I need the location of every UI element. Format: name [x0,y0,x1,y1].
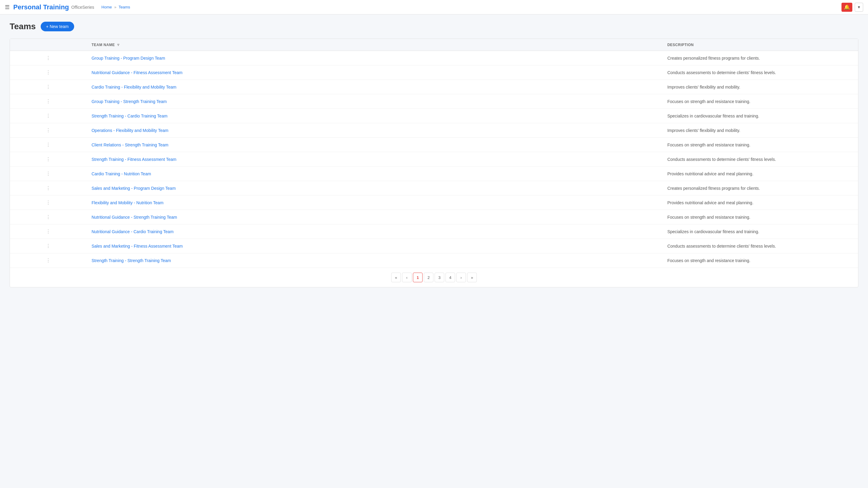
team-name-link[interactable]: Cardio Training - Flexibility and Mobili… [92,85,176,90]
row-description-cell: Specializes in cardiovascular fitness an… [662,109,858,123]
header-dropdown-button[interactable]: ▼ [855,3,863,12]
team-description: Focuses on strength and resistance train… [667,99,750,104]
team-name-link[interactable]: Nutritional Guidance - Fitness Assessmen… [92,70,183,75]
row-team-name-cell: Strength Training - Fitness Assessment T… [87,152,662,167]
team-name-link[interactable]: Sales and Marketing - Program Design Tea… [92,186,176,191]
row-context-menu-icon[interactable]: ⋮ [15,156,82,162]
row-menu-cell: ⋮ [10,109,87,123]
row-menu-cell: ⋮ [10,253,87,268]
row-team-name-cell: Nutritional Guidance - Fitness Assessmen… [87,65,662,80]
row-context-menu-icon[interactable]: ⋮ [15,214,82,220]
table-row: ⋮Sales and Marketing - Program Design Te… [10,181,858,195]
app-header: ☰ Personal Training OfficeSeries Home » … [0,0,868,14]
pagination-last-button[interactable]: » [467,272,477,282]
breadcrumb-home-link[interactable]: Home [101,5,112,9]
row-menu-cell: ⋮ [10,195,87,210]
row-context-menu-icon[interactable]: ⋮ [15,84,82,90]
teams-table-container: TEAM NAME ▿ DESCRIPTION ⋮Group Training … [10,38,858,287]
col-menu-header [10,39,87,51]
row-context-menu-icon[interactable]: ⋮ [15,229,82,234]
row-description-cell: Creates personalized fitness programs fo… [662,181,858,195]
row-context-menu-icon[interactable]: ⋮ [15,185,82,191]
team-name-link[interactable]: Nutritional Guidance - Strength Training… [92,215,177,220]
table-row: ⋮Nutritional Guidance - Strength Trainin… [10,210,858,224]
team-description: Provides nutritional advice and meal pla… [667,171,753,176]
row-context-menu-icon[interactable]: ⋮ [15,55,82,61]
row-team-name-cell: Operations - Flexibility and Mobility Te… [87,123,662,138]
team-name-link[interactable]: Strength Training - Fitness Assessment T… [92,157,176,162]
header-actions: 🔔 ▼ [841,3,863,12]
team-name-link[interactable]: Sales and Marketing - Fitness Assessment… [92,244,183,249]
team-name-link[interactable]: Group Training - Program Design Team [92,56,165,61]
team-description: Focuses on strength and resistance train… [667,215,750,220]
row-team-name-cell: Cardio Training - Flexibility and Mobili… [87,80,662,94]
row-context-menu-icon[interactable]: ⋮ [15,258,82,263]
col-team-name-header: TEAM NAME ▿ [87,39,662,51]
table-row: ⋮Sales and Marketing - Fitness Assessmen… [10,239,858,253]
team-name-link[interactable]: Strength Training - Cardio Training Team [92,113,167,119]
team-name-link[interactable]: Strength Training - Strength Training Te… [92,258,171,263]
row-description-cell: Focuses on strength and resistance train… [662,94,858,109]
team-name-link[interactable]: Nutritional Guidance - Cardio Training T… [92,229,174,234]
breadcrumb-current: Teams [119,5,130,9]
row-description-cell: Focuses on strength and resistance train… [662,210,858,224]
table-row: ⋮Flexibility and Mobility - Nutrition Te… [10,195,858,210]
app-subtitle: OfficeSeries [71,5,94,10]
hamburger-menu-icon[interactable]: ☰ [5,4,10,10]
team-name-link[interactable]: Cardio Training - Nutrition Team [92,171,151,176]
row-description-cell: Focuses on strength and resistance train… [662,253,858,268]
pagination-page-4-button[interactable]: 4 [445,272,455,282]
row-description-cell: Improves clients' flexibility and mobili… [662,80,858,94]
pagination-page-2-button[interactable]: 2 [424,272,433,282]
row-menu-cell: ⋮ [10,181,87,195]
pagination-page-1-button[interactable]: 1 [413,272,423,282]
row-menu-cell: ⋮ [10,167,87,181]
pagination-prev-button[interactable]: ‹ [402,272,412,282]
team-name-link[interactable]: Flexibility and Mobility - Nutrition Tea… [92,200,164,205]
team-name-link[interactable]: Client Relations - Strength Training Tea… [92,142,168,147]
team-description: Specializes in cardiovascular fitness an… [667,113,759,119]
filter-icon[interactable]: ▿ [117,42,120,47]
team-name-link[interactable]: Group Training - Strength Training Team [92,99,167,104]
breadcrumb: Home » Teams [101,5,130,9]
row-team-name-cell: Cardio Training - Nutrition Team [87,167,662,181]
table-row: ⋮Cardio Training - Flexibility and Mobil… [10,80,858,94]
pagination-first-button[interactable]: « [391,272,401,282]
table-row: ⋮Cardio Training - Nutrition TeamProvide… [10,167,858,181]
row-menu-cell: ⋮ [10,210,87,224]
row-context-menu-icon[interactable]: ⋮ [15,70,82,75]
bell-icon: 🔔 [844,4,850,10]
row-context-menu-icon[interactable]: ⋮ [15,142,82,148]
row-context-menu-icon[interactable]: ⋮ [15,113,82,119]
pagination-page-3-button[interactable]: 3 [435,272,444,282]
row-context-menu-icon[interactable]: ⋮ [15,200,82,205]
chevron-down-icon: ▼ [857,5,861,9]
row-context-menu-icon[interactable]: ⋮ [15,127,82,133]
row-description-cell: Provides nutritional advice and meal pla… [662,167,858,181]
row-context-menu-icon[interactable]: ⋮ [15,98,82,104]
team-name-link[interactable]: Operations - Flexibility and Mobility Te… [92,128,168,133]
row-menu-cell: ⋮ [10,51,87,65]
row-context-menu-icon[interactable]: ⋮ [15,243,82,249]
table-header: TEAM NAME ▿ DESCRIPTION [10,39,858,51]
row-description-cell: Improves clients' flexibility and mobili… [662,123,858,138]
row-team-name-cell: Client Relations - Strength Training Tea… [87,138,662,152]
pagination-next-button[interactable]: › [456,272,466,282]
new-team-button[interactable]: + New team [41,22,74,31]
notification-bell-button[interactable]: 🔔 [841,3,852,12]
pagination: « ‹ 1 2 3 4 › » [10,267,858,287]
row-description-cell: Focuses on strength and resistance train… [662,138,858,152]
row-team-name-cell: Strength Training - Cardio Training Team [87,109,662,123]
team-description: Specializes in cardiovascular fitness an… [667,229,759,234]
table-row: ⋮Strength Training - Fitness Assessment … [10,152,858,167]
team-description: Conducts assessments to determine client… [667,157,776,162]
row-context-menu-icon[interactable]: ⋮ [15,171,82,176]
app-title: Personal Training [13,3,69,11]
col-description-header: DESCRIPTION [662,39,858,51]
team-description: Focuses on strength and resistance train… [667,258,750,263]
row-menu-cell: ⋮ [10,94,87,109]
team-description: Creates personalized fitness programs fo… [667,56,760,61]
row-menu-cell: ⋮ [10,239,87,253]
row-team-name-cell: Group Training - Program Design Team [87,51,662,65]
row-menu-cell: ⋮ [10,123,87,138]
